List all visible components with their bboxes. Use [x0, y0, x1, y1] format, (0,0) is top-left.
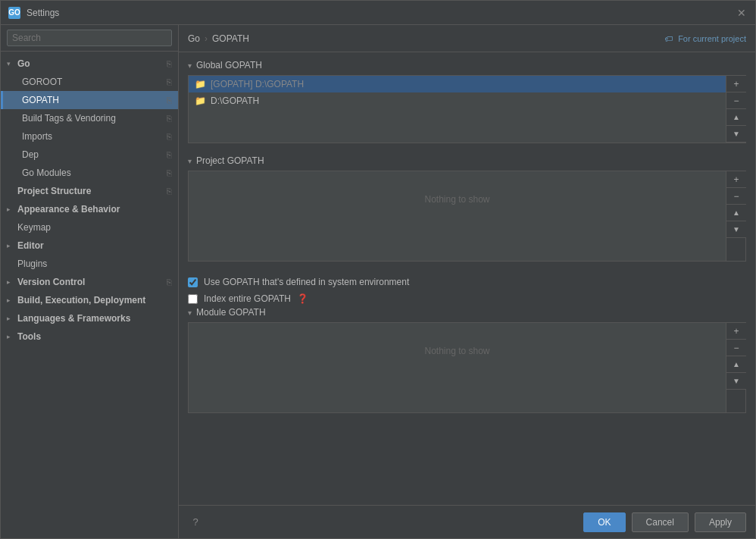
title-bar-left: GO Settings: [8, 7, 59, 19]
nothing-label: Nothing to show: [189, 171, 726, 227]
global-gopath-header: ▾ Global GOPATH: [188, 60, 746, 71]
copy-icon: ⎘: [167, 168, 172, 177]
checkbox-index-row: Index entire GOPATH ❓: [188, 290, 746, 307]
search-input[interactable]: [7, 30, 172, 46]
chevron-right-icon: ▸: [7, 205, 16, 213]
copy-icon: ⎘: [167, 186, 172, 196]
section-chevron-icon: ▾: [188, 309, 192, 317]
project-gopath-section: ▾ Project GOPATH Nothing to show + − ▲: [188, 155, 746, 262]
nav-tree: ▾ Go ⎘ GOROOT ⎘ GOPATH ⎘ Build Tags &: [1, 52, 178, 538]
global-gopath-list: 📁 [GOPATH] D:\GOPATH 📁 D:\GOPATH: [188, 75, 726, 143]
sidebar-item-go[interactable]: ▾ Go ⎘: [1, 55, 178, 73]
tag-icon: 🏷: [664, 34, 673, 43]
sidebar-item-appearance[interactable]: ▸ Appearance & Behavior: [1, 200, 178, 218]
index-gopath-label: Index entire GOPATH: [204, 293, 291, 304]
ok-button[interactable]: OK: [583, 512, 625, 532]
sidebar-item-editor[interactable]: ▸ Editor: [1, 237, 178, 255]
list-item[interactable]: 📁 D:\GOPATH: [189, 92, 726, 109]
sidebar-item-tools[interactable]: ▸ Tools: [1, 327, 178, 346]
sidebar-item-build-execution[interactable]: ▸ Build, Execution, Deployment: [1, 291, 178, 309]
arrow-up-icon: ▲: [733, 360, 740, 368]
copy-icon: ⎘: [167, 77, 172, 86]
copy-icon: ⎘: [167, 277, 172, 287]
move-down-button[interactable]: ▼: [726, 221, 746, 238]
sidebar-item-project-structure[interactable]: ▸ Project Structure ⎘: [1, 182, 178, 200]
add-button[interactable]: +: [726, 76, 746, 92]
sidebar-item-version-control[interactable]: ▸ Version Control ⎘: [1, 273, 178, 291]
module-gopath-list: Nothing to show: [188, 322, 726, 413]
sidebar-item-build-tags-label: Build Tags & Vendoring: [22, 113, 167, 124]
folder-icon: 📁: [195, 96, 206, 106]
copy-icon: ⎘: [167, 132, 172, 141]
chevron-right-icon: ▸: [7, 296, 16, 304]
sidebar-item-dep-label: Dep: [22, 149, 167, 160]
add-button[interactable]: +: [726, 171, 746, 188]
sidebar-item-keymap[interactable]: ▸ Keymap: [1, 218, 178, 237]
sidebar: ▾ Go ⎘ GOROOT ⎘ GOPATH ⎘ Build Tags &: [1, 25, 179, 538]
list-item-text-0: [GOPATH] D:\GOPATH: [211, 79, 304, 89]
sidebar-item-appearance-label: Appearance & Behavior: [17, 204, 172, 215]
module-gopath-section: ▾ Module GOPATH Nothing to show + − ▲: [188, 307, 746, 413]
remove-button[interactable]: −: [726, 340, 746, 356]
folder-icon: 📁: [195, 79, 206, 89]
project-gopath-list: Nothing to show: [188, 171, 726, 262]
breadcrumb-go: Go: [188, 33, 200, 44]
sidebar-item-plugins-label: Plugins: [17, 259, 172, 269]
sidebar-item-languages[interactable]: ▸ Languages & Frameworks: [1, 309, 178, 327]
sidebar-item-keymap-label: Keymap: [17, 222, 172, 233]
project-gopath-title: Project GOPATH: [196, 155, 264, 166]
checkbox-env-row: Use GOPATH that's defined in system envi…: [188, 274, 746, 290]
module-gopath-side-buttons: + − ▲ ▼: [726, 322, 746, 413]
global-gopath-list-container: 📁 [GOPATH] D:\GOPATH 📁 D:\GOPATH + −: [188, 75, 746, 143]
breadcrumb-separator: ›: [205, 33, 208, 44]
sidebar-item-go-modules[interactable]: Go Modules ⎘: [1, 164, 178, 182]
sidebar-item-languages-label: Languages & Frameworks: [17, 313, 172, 324]
sidebar-item-dep[interactable]: Dep ⎘: [1, 146, 178, 164]
sidebar-item-gopath[interactable]: GOPATH ⎘: [1, 91, 178, 109]
module-gopath-title: Module GOPATH: [196, 307, 266, 318]
nothing-label: Nothing to show: [189, 323, 726, 379]
sidebar-item-project-structure-label: Project Structure: [17, 186, 167, 196]
chevron-right-icon: ▸: [7, 242, 16, 249]
sidebar-item-go-label: Go: [17, 58, 167, 69]
add-button[interactable]: +: [726, 323, 746, 340]
close-button[interactable]: ✕: [736, 7, 748, 19]
remove-button[interactable]: −: [726, 188, 746, 205]
apply-button[interactable]: Apply: [695, 512, 746, 532]
sidebar-item-imports[interactable]: Imports ⎘: [1, 127, 178, 146]
move-up-button[interactable]: ▲: [726, 109, 746, 126]
use-gopath-env-checkbox[interactable]: [188, 277, 198, 287]
sidebar-item-plugins[interactable]: ▸ Plugins: [1, 255, 178, 273]
move-down-button[interactable]: ▼: [726, 126, 746, 143]
window-title: Settings: [27, 8, 59, 18]
sidebar-item-editor-label: Editor: [17, 240, 172, 251]
sidebar-item-build-tags[interactable]: Build Tags & Vendoring ⎘: [1, 109, 178, 127]
arrow-up-icon: ▲: [733, 113, 740, 121]
cancel-button[interactable]: Cancel: [632, 512, 689, 532]
move-up-button[interactable]: ▲: [726, 356, 746, 373]
project-gopath-side-buttons: + − ▲ ▼: [726, 171, 746, 262]
sidebar-item-tools-label: Tools: [17, 331, 172, 342]
module-gopath-header: ▾ Module GOPATH: [188, 307, 746, 318]
move-up-button[interactable]: ▲: [726, 205, 746, 221]
main-content: ▾ Go ⎘ GOROOT ⎘ GOPATH ⎘ Build Tags &: [1, 25, 755, 538]
chevron-right-icon: ▸: [7, 278, 16, 286]
arrow-down-icon: ▼: [733, 225, 740, 233]
settings-window: GO Settings ✕ ▾ Go ⎘ GOROOT ⎘: [0, 0, 756, 539]
index-gopath-checkbox[interactable]: [188, 294, 198, 304]
help-icon[interactable]: ❓: [297, 293, 308, 304]
global-gopath-section: ▾ Global GOPATH 📁 [GOPATH] D:\GOPATH 📁 D…: [188, 60, 746, 143]
help-button[interactable]: ?: [188, 515, 203, 530]
move-down-button[interactable]: ▼: [726, 373, 746, 390]
remove-button[interactable]: −: [726, 92, 746, 109]
sidebar-item-version-control-label: Version Control: [17, 277, 167, 287]
list-item[interactable]: 📁 [GOPATH] D:\GOPATH: [189, 76, 726, 92]
sidebar-item-goroot[interactable]: GOROOT ⎘: [1, 73, 178, 91]
panel-header: Go › GOPATH 🏷 For current project: [179, 25, 755, 52]
project-gopath-header: ▾ Project GOPATH: [188, 155, 746, 166]
copy-icon: ⎘: [167, 59, 172, 68]
title-bar: GO Settings ✕: [1, 1, 755, 25]
copy-icon: ⎘: [167, 96, 172, 105]
arrow-down-icon: ▼: [733, 130, 740, 138]
panel-body: ▾ Global GOPATH 📁 [GOPATH] D:\GOPATH 📁 D…: [179, 52, 755, 505]
